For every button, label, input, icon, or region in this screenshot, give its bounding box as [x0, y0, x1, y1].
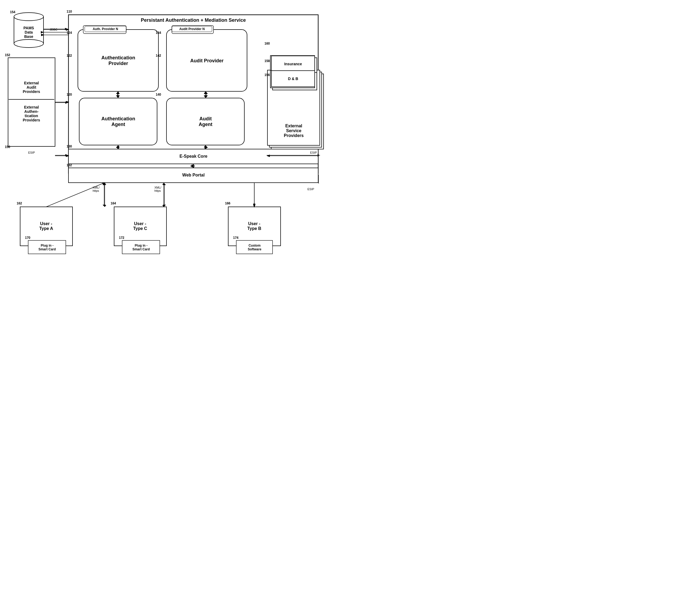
- pams-title: Persistant Authentication + Mediation Se…: [70, 16, 317, 24]
- svg-marker-51: [103, 183, 106, 185]
- user-type-a: User -Type A: [21, 208, 71, 245]
- esip-bottom-label: ESIP: [307, 188, 314, 191]
- svg-marker-43: [192, 166, 195, 168]
- svg-marker-73: [191, 165, 194, 167]
- plugin-smartcard-a: Plug in -Smart Card: [29, 241, 65, 253]
- esip-right-label: ESIP: [310, 151, 317, 154]
- xml-https-left-label: XML/https: [93, 186, 100, 192]
- label-130: 130: [67, 145, 72, 148]
- svg-marker-32: [117, 91, 120, 94]
- plugin-smartcard-c: Plug in -Smart Card: [123, 241, 159, 253]
- jdbc-label: JDBC: [50, 28, 57, 31]
- label-132: 132: [67, 163, 72, 167]
- db-box: D & B: [271, 70, 315, 87]
- svg-marker-85: [163, 184, 166, 185]
- insurance-box: Insurance: [271, 56, 315, 72]
- architecture-diagram: 154 110 124 122 144 142 120 140 130 132 …: [0, 0, 350, 301]
- svg-marker-67: [116, 146, 119, 148]
- svg-marker-44: [192, 164, 195, 166]
- svg-marker-31: [117, 95, 120, 98]
- svg-marker-84: [163, 205, 166, 206]
- label-120: 120: [67, 93, 72, 96]
- svg-marker-37: [117, 147, 120, 149]
- svg-marker-40: [204, 147, 207, 149]
- xml-https-right-label: XML/https: [154, 186, 161, 192]
- svg-marker-63: [205, 95, 208, 97]
- label-158: 158: [265, 59, 270, 63]
- audit-agent-content: AuditAgent: [167, 99, 244, 144]
- svg-marker-50: [103, 205, 106, 207]
- svg-marker-53: [162, 205, 166, 207]
- svg-marker-64: [205, 92, 208, 94]
- label-162: 162: [17, 201, 22, 205]
- label-152: 152: [5, 53, 10, 57]
- auth-provider-content: AuthenticationProvider: [79, 31, 158, 91]
- label-150: 150: [5, 145, 10, 149]
- svg-marker-72: [191, 166, 194, 167]
- svg-marker-60: [116, 95, 119, 97]
- svg-marker-61: [116, 92, 119, 94]
- user-type-b: User -Type B: [229, 208, 279, 245]
- auth-agent-content: AuthenticationAgent: [80, 99, 156, 144]
- label-166: 166: [225, 201, 230, 205]
- label-122: 122: [67, 54, 72, 57]
- svg-marker-69: [205, 147, 208, 148]
- svg-marker-81: [103, 205, 106, 206]
- label-164: 164: [110, 201, 116, 205]
- espeak-core-content: E-Speak Core: [69, 150, 318, 163]
- svg-marker-82: [103, 184, 106, 185]
- custom-software: CustomSoftware: [237, 241, 272, 253]
- svg-marker-34: [204, 95, 207, 98]
- svg-marker-66: [116, 147, 119, 148]
- esip-left-label: ESIP: [28, 151, 35, 154]
- label-124: 124: [67, 31, 72, 35]
- label-154: 154: [10, 10, 15, 14]
- svg-marker-70: [205, 146, 208, 148]
- label-160: 160: [265, 42, 270, 45]
- svg-marker-35: [204, 91, 207, 94]
- label-110: 110: [67, 10, 72, 14]
- pams-db-content: PAMSDataBase: [14, 19, 44, 46]
- svg-marker-38: [117, 145, 120, 147]
- audit-provider-content: Audit Provider: [167, 31, 247, 91]
- web-portal-content: Web Portal: [69, 169, 318, 182]
- label-140: 140: [156, 93, 161, 96]
- svg-marker-54: [162, 183, 166, 185]
- user-type-c: User -Type C: [115, 208, 166, 245]
- svg-marker-78: [318, 154, 319, 157]
- svg-marker-41: [204, 145, 207, 147]
- external-audit-providers: ExternalAuditProviders ExternalAuthen-ti…: [8, 58, 54, 145]
